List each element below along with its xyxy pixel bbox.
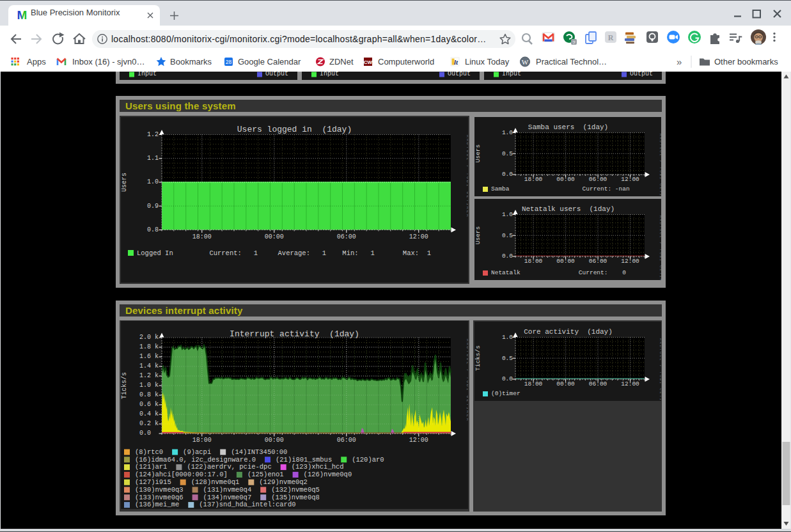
- svg-text:2.0 k: 2.0 k: [139, 334, 159, 341]
- svg-text:RRDTOOL / TOBI OETIKER: RRDTOOL / TOBI OETIKER: [659, 215, 661, 280]
- svg-text:?: ?: [572, 40, 576, 45]
- svg-text:18:00: 18:00: [192, 437, 212, 444]
- svg-text:12:00: 12:00: [621, 258, 639, 265]
- svg-text:Output: Output: [448, 72, 471, 77]
- svg-text:0.2 k: 0.2 k: [139, 420, 159, 427]
- svg-text:12:00: 12:00: [409, 233, 428, 240]
- svg-text:(120)ar0: (120)ar0: [352, 456, 384, 464]
- svg-text:Users: Users: [474, 145, 482, 163]
- svg-text:(130)nvme0q3: (130)nvme0q3: [135, 486, 184, 494]
- svg-text:06:00: 06:00: [589, 176, 607, 183]
- svg-text:1.8 k: 1.8 k: [139, 343, 159, 350]
- svg-text:(122)aerdrv, pcie-dpc: (122)aerdrv, pcie-dpc: [187, 463, 271, 471]
- svg-text:1.4 k: 1.4 k: [139, 363, 159, 370]
- svg-text:(126)nvme0q0: (126)nvme0q0: [304, 471, 352, 478]
- svg-text:12:00: 12:00: [621, 176, 639, 183]
- svg-text:Users: Users: [121, 173, 128, 192]
- svg-text:0.0: 0.0: [502, 253, 513, 260]
- svg-text:(135)nvme0q8: (135)nvme0q8: [271, 494, 320, 501]
- svg-text:lt: lt: [454, 58, 458, 66]
- svg-text:18:00: 18:00: [192, 233, 212, 240]
- svg-text:(123)xhci_hcd: (123)xhci_hcd: [292, 463, 344, 471]
- svg-text:Users: Users: [474, 226, 482, 245]
- svg-text:0.0: 0.0: [502, 171, 513, 178]
- svg-text:(124)ahci[0000:00:17.0]: (124)ahci[0000:00:17.0]: [135, 471, 228, 478]
- svg-text:(121)ar1: (121)ar1: [135, 463, 167, 471]
- svg-text:(21)i801_smbus: (21)i801_smbus: [276, 456, 332, 464]
- svg-text:Interrupt activity (1day): Interrupt activity (1day): [230, 329, 359, 339]
- svg-text:00:00: 00:00: [556, 176, 575, 183]
- svg-text:12:00: 12:00: [409, 437, 428, 444]
- svg-text:Users logged in (1day): Users logged in (1day): [237, 125, 352, 134]
- svg-text:1.2 k: 1.2 k: [139, 372, 159, 379]
- svg-text:RRDTOOL / TOBI OETIKER: RRDTOOL / TOBI OETIKER: [659, 338, 661, 401]
- svg-text:0.5: 0.5: [502, 355, 513, 362]
- svg-text:Input: Input: [502, 72, 521, 77]
- svg-text:(134)nvme0q7: (134)nvme0q7: [203, 494, 252, 501]
- svg-text:06:00: 06:00: [589, 380, 607, 387]
- svg-text:0.0: 0.0: [502, 375, 513, 382]
- svg-text:1.6 k: 1.6 k: [139, 353, 159, 360]
- svg-text:06:00: 06:00: [337, 233, 356, 240]
- svg-text:Practical Technol…: Practical Technol…: [536, 57, 607, 66]
- svg-text:Netatalk Curren: Netatalk Current: 0: [491, 269, 626, 276]
- svg-text:0.8 k: 0.8 k: [139, 391, 159, 398]
- svg-text:Samba Curre: Samba Current: -nan: [491, 185, 630, 192]
- svg-text:0.6 k: 0.6 k: [139, 401, 159, 408]
- svg-text:Apps: Apps: [27, 57, 46, 66]
- svg-text:Bookmarks: Bookmarks: [170, 57, 212, 66]
- svg-text:(16)idma64.0, i2c_designware.0: (16)idma64.0, i2c_designware.0: [135, 456, 256, 464]
- svg-text:1.0: 1.0: [502, 334, 513, 341]
- svg-text:R: R: [608, 33, 614, 42]
- svg-text:0.0: 0.0: [139, 430, 151, 437]
- svg-text:06:00: 06:00: [589, 258, 607, 265]
- svg-text:(136)mei_me: (136)mei_me: [135, 501, 179, 508]
- svg-text:1.0: 1.0: [147, 178, 159, 185]
- svg-text:06:00: 06:00: [337, 437, 356, 444]
- svg-text:00:00: 00:00: [265, 437, 284, 444]
- svg-text:Linux Today: Linux Today: [465, 57, 510, 66]
- svg-text:(132)nvme0q5: (132)nvme0q5: [271, 486, 320, 494]
- svg-text:0.5: 0.5: [502, 150, 513, 157]
- svg-text:1.0: 1.0: [502, 211, 513, 218]
- svg-text:18:00: 18:00: [524, 258, 543, 265]
- svg-text:Input: Input: [137, 72, 157, 77]
- svg-text:Logged In Current: 1: Logged In Current: 1 Average: 1 Min: 1 M…: [137, 249, 431, 257]
- svg-text:Computerworld: Computerworld: [378, 57, 434, 66]
- svg-text:ZDNet: ZDNet: [329, 57, 354, 66]
- svg-text:(127)i915: (127)i915: [135, 478, 171, 486]
- svg-text:0.9: 0.9: [147, 203, 159, 210]
- svg-text:(9)acpi: (9)acpi: [183, 448, 211, 456]
- svg-text:Output: Output: [265, 72, 288, 77]
- svg-text:(14)INT3450:00: (14)INT3450:00: [231, 448, 287, 456]
- svg-text:»: »: [677, 56, 682, 67]
- svg-text:RRDTOOL / TOBI OETIKER: RRDTOOL / TOBI OETIKER: [466, 339, 468, 422]
- svg-text:RRDTOOL / TOBI OETIKER: RRDTOOL / TOBI OETIKER: [466, 135, 468, 218]
- svg-text:CW: CW: [364, 59, 373, 65]
- svg-text:W: W: [522, 58, 529, 66]
- svg-text:Samba users (1day): Samba users (1day): [528, 123, 608, 131]
- svg-text:Inbox (16) - sjvn0…: Inbox (16) - sjvn0…: [72, 57, 145, 66]
- svg-text:0.4 k: 0.4 k: [139, 411, 159, 418]
- svg-text:00:00: 00:00: [265, 233, 284, 240]
- svg-text:(129)nvme0q2: (129)nvme0q2: [259, 478, 308, 486]
- svg-text:(133)nvme0q6: (133)nvme0q6: [135, 494, 184, 501]
- svg-text:(131)nvme0q4: (131)nvme0q4: [203, 486, 252, 494]
- svg-text:28: 28: [226, 59, 232, 65]
- svg-text:0.8: 0.8: [147, 226, 159, 233]
- svg-text:00:00: 00:00: [556, 258, 575, 265]
- svg-text:(137)snd_hda_intel:card0: (137)snd_hda_intel:card0: [199, 501, 295, 508]
- svg-text:0.5: 0.5: [502, 232, 513, 239]
- svg-text:Netatalk users (1day): Netatalk users (1day): [522, 205, 615, 213]
- svg-text:00:00: 00:00: [556, 380, 575, 387]
- svg-text:(0)timer: (0)timer: [491, 390, 521, 397]
- svg-text:1.1: 1.1: [147, 155, 159, 162]
- svg-text:(125)eno1: (125)eno1: [247, 471, 284, 478]
- svg-text:Other bookmarks: Other bookmarks: [714, 57, 778, 66]
- svg-text:(128)nvme0q1: (128)nvme0q1: [191, 478, 240, 486]
- svg-text:Output: Output: [630, 72, 653, 77]
- svg-text:1.0: 1.0: [502, 129, 513, 136]
- svg-text:12:00: 12:00: [621, 380, 639, 387]
- svg-text:Ticks/s: Ticks/s: [121, 372, 128, 399]
- svg-text:18:00: 18:00: [524, 380, 543, 387]
